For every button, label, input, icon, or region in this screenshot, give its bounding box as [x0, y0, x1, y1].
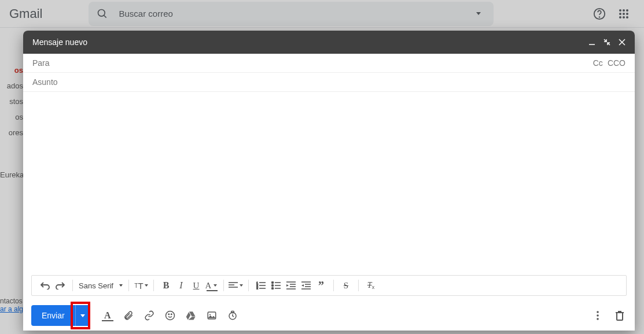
svg-text:3: 3 — [256, 287, 258, 290]
svg-point-51 — [597, 314, 599, 317]
compose-window: Mensaje nuevo Para Cc CCO Asunto Sans Se… — [23, 31, 635, 331]
minimize-icon[interactable] — [588, 39, 595, 46]
formatting-toggle-icon[interactable]: A — [101, 309, 115, 322]
svg-point-27 — [271, 282, 273, 284]
close-icon[interactable] — [619, 39, 625, 46]
bold-icon[interactable]: B — [159, 278, 174, 293]
quote-icon[interactable]: ” — [314, 278, 329, 293]
svg-point-50 — [597, 311, 599, 313]
bullet-list-icon[interactable] — [268, 278, 284, 293]
cc-toggle[interactable]: Cc — [593, 58, 603, 68]
to-label: Para — [32, 58, 588, 68]
svg-point-47 — [209, 314, 211, 315]
svg-point-43 — [165, 311, 174, 320]
svg-point-44 — [168, 314, 170, 315]
image-icon[interactable] — [205, 309, 219, 322]
svg-point-29 — [271, 285, 273, 287]
confidential-icon[interactable] — [226, 309, 240, 322]
svg-point-45 — [171, 314, 172, 315]
font-size-icon[interactable]: TT — [134, 278, 149, 293]
drive-icon[interactable] — [184, 309, 198, 322]
clear-format-icon[interactable]: Tx — [363, 278, 378, 293]
subject-placeholder: Asunto — [32, 77, 625, 87]
emoji-icon[interactable] — [163, 309, 177, 322]
to-row[interactable]: Para Cc CCO — [23, 54, 635, 73]
compose-title: Mensaje nuevo — [32, 38, 588, 47]
svg-marker-34 — [286, 284, 289, 287]
bcc-toggle[interactable]: CCO — [608, 58, 625, 68]
subject-row[interactable]: Asunto — [23, 73, 635, 92]
align-icon[interactable] — [229, 278, 244, 293]
underline-icon[interactable]: U — [189, 278, 204, 293]
strikethrough-icon[interactable]: S — [338, 278, 354, 293]
more-options-icon[interactable] — [591, 309, 605, 322]
compose-body[interactable] — [23, 92, 635, 275]
attach-icon[interactable] — [122, 309, 135, 322]
indent-less-icon[interactable] — [284, 278, 299, 293]
font-select[interactable]: Sans Serif — [75, 281, 126, 290]
redo-icon[interactable] — [53, 278, 68, 293]
svg-marker-39 — [301, 284, 304, 287]
discard-icon[interactable] — [613, 309, 627, 322]
indent-more-icon[interactable] — [299, 278, 314, 293]
send-button[interactable]: Enviar — [31, 305, 75, 326]
compose-bottom-bar: Enviar A — [23, 300, 635, 331]
fullscreen-exit-icon[interactable] — [603, 39, 610, 46]
send-options-dropdown[interactable] — [75, 305, 90, 326]
svg-point-52 — [597, 318, 599, 320]
text-color-icon[interactable]: A — [204, 278, 219, 293]
send-group: Enviar — [31, 305, 90, 326]
svg-point-31 — [271, 288, 273, 290]
numbered-list-icon[interactable]: 123 — [253, 278, 268, 293]
format-toolbar: Sans Serif TT B I U A 123 ” S — [31, 275, 627, 296]
link-icon[interactable] — [142, 309, 156, 322]
undo-icon[interactable] — [38, 278, 53, 293]
compose-titlebar[interactable]: Mensaje nuevo — [23, 31, 635, 54]
italic-icon[interactable]: I — [174, 278, 189, 293]
